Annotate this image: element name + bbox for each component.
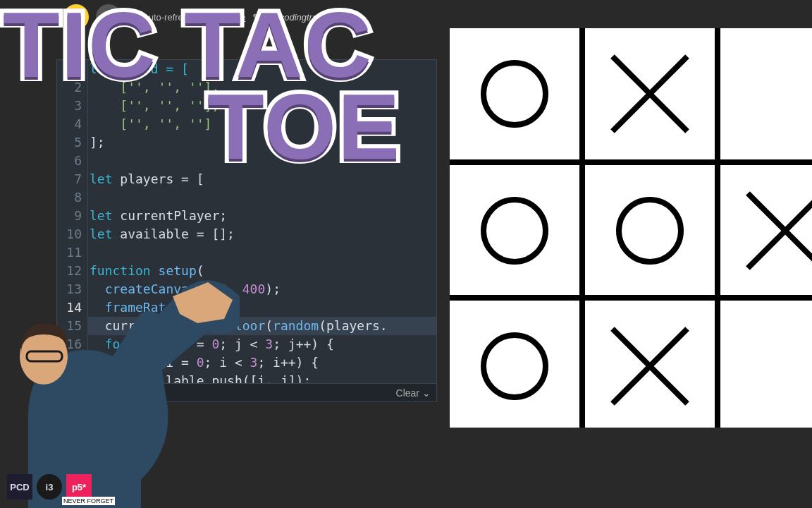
video-title-overlay: TIC TAC TOE <box>3 4 401 168</box>
board-cell <box>720 165 812 296</box>
o-mark <box>481 332 548 400</box>
board-cell <box>720 28 812 159</box>
laptop-stickers: PCD i3 p5* <box>7 474 92 500</box>
grid-line <box>579 28 585 428</box>
sticker-never-forget: NEVER FORGET <box>62 497 115 505</box>
x-mark <box>746 192 812 270</box>
board-cell <box>720 301 812 432</box>
board-cell <box>585 301 715 432</box>
grid-line <box>450 159 812 165</box>
board-cell <box>585 28 715 159</box>
grid-line <box>715 28 720 428</box>
o-mark <box>481 60 548 128</box>
o-mark <box>481 197 548 265</box>
o-mark <box>616 197 684 265</box>
x-mark <box>611 55 689 133</box>
sketch-canvas <box>450 28 812 428</box>
badge-p5: p5* <box>66 474 92 500</box>
presenter-figure <box>0 247 240 508</box>
board-cell <box>585 165 715 296</box>
board-cell <box>450 28 579 159</box>
board-cell <box>450 301 579 432</box>
badge-pcd: PCD <box>7 474 32 500</box>
badge-i3: i3 <box>37 474 62 500</box>
board-cell <box>450 165 579 296</box>
console-clear-button[interactable]: Clear ⌄ <box>396 387 431 399</box>
chevron-down-icon: ⌄ <box>422 387 431 399</box>
x-mark <box>611 327 689 405</box>
